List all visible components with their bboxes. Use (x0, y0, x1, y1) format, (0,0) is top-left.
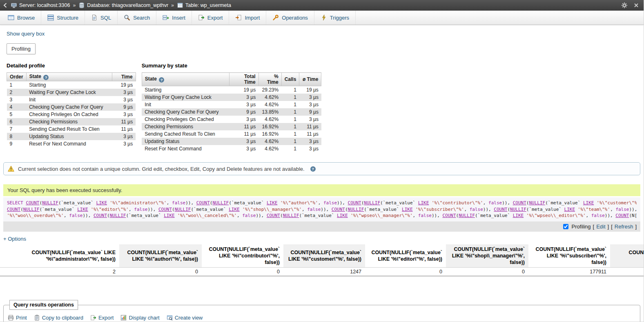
table-row: 4Checking Query Cache For Query9 µs (7, 103, 136, 111)
help-icon[interactable] (43, 75, 49, 80)
cell: 4.62% (258, 116, 281, 123)
result-column-header[interactable]: COUNT(NULLIF(`meta_value` LIKE '%\"contr… (202, 244, 283, 268)
tab-label: Triggers (330, 15, 349, 21)
cell: 19 µs (299, 86, 321, 94)
tab-browse[interactable]: Browse (2, 11, 41, 25)
export-link[interactable]: Export (90, 315, 114, 321)
help-icon[interactable] (159, 77, 164, 83)
cell: Starting (26, 81, 112, 89)
copy-to-clipboard-link[interactable]: Copy to clipboard (34, 315, 83, 321)
cell: 1 (281, 86, 299, 94)
back-icon[interactable] (2, 2, 9, 9)
breadcrumb-database[interactable]: Database: thiagovarellacom_wpthvr (87, 2, 168, 8)
tab-operations[interactable]: Operations (266, 11, 314, 25)
cell: Checking Privileges On Cached (26, 111, 112, 118)
result-column-header[interactable]: COUNT(NULLIF(`meta_value` LIKE '%\"edito… (365, 244, 446, 268)
result-value-cell: 177911 (528, 268, 610, 276)
cell: Init (26, 96, 112, 103)
cell: 6 (7, 118, 27, 125)
tab-bar: BrowseStructureSQLSearchInsertExportImpo… (0, 11, 644, 25)
cell: Updating Status (26, 133, 112, 140)
column-header-label: Calls (285, 76, 296, 82)
profiling-edit-link[interactable]: Edit (596, 224, 605, 230)
window-close-icon[interactable] (633, 2, 640, 9)
cell: 3 µs (112, 96, 136, 103)
cell: 16.92% (258, 123, 281, 130)
tab-sql[interactable]: SQL (85, 11, 118, 25)
result-value-cell: 2 (0, 268, 119, 276)
import-icon (235, 14, 242, 21)
cell: Sending Cached Result To Clien (26, 125, 112, 133)
cell: 11 µs (299, 130, 321, 138)
result-column-header[interactable]: COUNT(NULLIF(`meta_value` LIKE '%\"admin… (0, 244, 119, 268)
result-value-cell (610, 268, 644, 276)
display-chart-link[interactable]: Display chart (120, 315, 159, 321)
print-icon (8, 315, 14, 321)
cell: 7 (7, 125, 27, 133)
cell: 11 µs (229, 130, 258, 138)
column-header-label: State (145, 76, 157, 82)
bracket: ] (635, 224, 637, 230)
result-column-header[interactable]: COUNT(NULLIF(`meta_value` LIKE '%\"subsc… (528, 244, 610, 268)
tab-structure[interactable]: Structure (41, 11, 85, 25)
table-row: 6Checking Permissions11 µs (7, 118, 136, 125)
cell: 4.62% (258, 138, 281, 145)
cell: 9 µs (229, 108, 258, 116)
sql-line: '%\"woo\\_overdue\"%', false)), COUNT(NU… (7, 212, 637, 219)
cell: Updating Status (142, 138, 229, 145)
options-toggle[interactable]: + Options (3, 236, 26, 242)
cell: Reset For Next Command (26, 140, 112, 148)
result-column-header[interactable]: COUNT(NULLIF(`meta_value` LIKE '%\"shop\… (446, 244, 528, 268)
cell: 4 (7, 103, 27, 111)
cell: 11 µs (112, 118, 136, 125)
print-link[interactable]: Print (8, 315, 27, 321)
bracket: [ (593, 224, 595, 230)
profiling-refresh-link[interactable]: Refresh (615, 224, 633, 230)
summary-by-state-section: Summary by state StateTotal Time% TimeCa… (142, 63, 322, 152)
query-results-operations-links: PrintCopy to clipboardExportDisplay char… (8, 315, 636, 321)
result-value-cell: 0 (119, 268, 202, 276)
cell: 11 µs (299, 123, 321, 130)
cell: 9 (7, 140, 27, 148)
profiling-checkbox-label: Profiling (572, 224, 591, 230)
browse-icon (8, 14, 14, 21)
result-column-header[interactable]: COUNT(NULLIF(`meta_value` LIKE '%\"team\… (610, 244, 644, 268)
detailed-profile-section: Detailed profile OrderStateTime1Starting… (7, 63, 136, 148)
server-icon (11, 2, 17, 9)
tab-search[interactable]: Search (118, 11, 156, 25)
show-query-box-link[interactable]: Show query box (7, 31, 45, 37)
cell: 8 (7, 133, 27, 140)
table-row: 3Init3 µs (7, 96, 136, 103)
breadcrumb-server[interactable]: Server: localhost:3306 (19, 2, 70, 8)
tab-triggers[interactable]: Triggers (314, 11, 356, 25)
breadcrumb-table[interactable]: Table: wp_usermeta (185, 2, 231, 8)
table-row: 2Waiting For Query Cache Lock3 µs (7, 89, 136, 96)
cell: 1 (281, 138, 299, 145)
summary-by-state-table: StateTotal Time% TimeCallsø TimeStarting… (142, 72, 322, 152)
result-value-cell: 0 (446, 268, 528, 276)
tab-insert[interactable]: Insert (156, 11, 192, 25)
column-header: Calls (281, 73, 299, 86)
create-view-link[interactable]: Create view (167, 315, 203, 321)
result-column-header[interactable]: COUNT(NULLIF(`meta_value` LIKE '%\"autho… (119, 244, 202, 268)
cell: 5 (7, 111, 27, 118)
sql-line: COUNT(NULLIF(`meta_value` LIKE '%\"edito… (7, 206, 637, 213)
help-icon[interactable] (310, 166, 316, 172)
summary-by-state-title: Summary by state (142, 63, 322, 69)
result-column-header[interactable]: COUNT(NULLIF(`meta_value` LIKE '%\"custo… (283, 244, 365, 268)
cell: Checking Permissions (26, 118, 112, 125)
detailed-profile-table: OrderStateTime1Starting19 µs2Waiting For… (7, 72, 136, 148)
result-value-cell: 0 (365, 268, 446, 276)
detailed-profile-title: Detailed profile (7, 63, 136, 69)
settings-gear-icon[interactable] (621, 2, 628, 9)
results-table: COUNT(NULLIF(`meta_value` LIKE '%\"admin… (0, 244, 644, 277)
export-icon (198, 14, 205, 21)
cell: 1 (281, 123, 299, 130)
breadcrumb-bar: Server: localhost:3306 » Database: thiag… (0, 0, 644, 11)
tab-import[interactable]: Import (229, 11, 266, 25)
table-row: Checking Privileges On Cached3 µs4.62%13… (142, 116, 321, 123)
sql-query: SELECT COUNT(NULLIF(`meta_value` LIKE '%… (3, 197, 640, 221)
cell: 16.92% (258, 130, 281, 138)
profiling-checkbox[interactable] (563, 224, 568, 229)
tab-export[interactable]: Export (192, 11, 230, 25)
